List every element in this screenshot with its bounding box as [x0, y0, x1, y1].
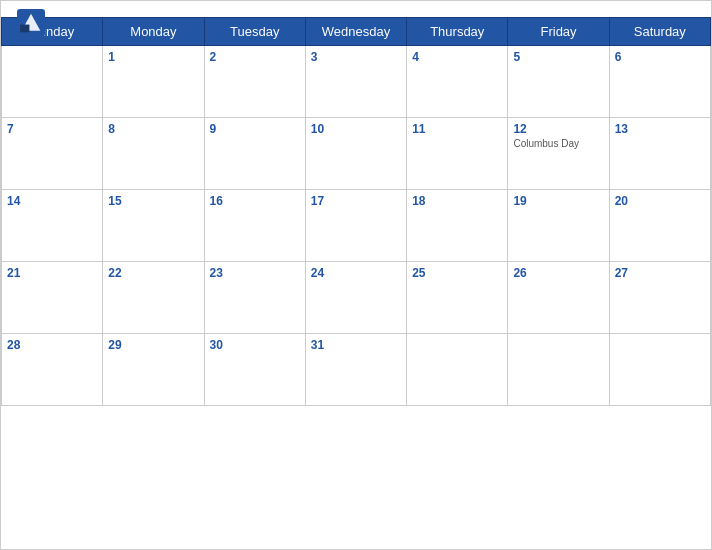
calendar-week-row: 28293031 [2, 334, 711, 406]
event-label: Columbus Day [513, 138, 603, 149]
calendar-cell: 22 [103, 262, 204, 334]
day-number: 15 [108, 194, 198, 208]
calendar-container: Sunday Monday Tuesday Wednesday Thursday… [0, 0, 712, 550]
header-saturday: Saturday [609, 18, 710, 46]
day-number: 23 [210, 266, 300, 280]
calendar-week-row: 123456 [2, 46, 711, 118]
calendar-cell: 20 [609, 190, 710, 262]
calendar-cell: 6 [609, 46, 710, 118]
logo-area [17, 9, 49, 37]
calendar-cell: 14 [2, 190, 103, 262]
calendar-cell: 28 [2, 334, 103, 406]
calendar-cell: 29 [103, 334, 204, 406]
calendar-cell: 2 [204, 46, 305, 118]
weekday-header-row: Sunday Monday Tuesday Wednesday Thursday… [2, 18, 711, 46]
day-number: 21 [7, 266, 97, 280]
header-wednesday: Wednesday [305, 18, 406, 46]
day-number: 31 [311, 338, 401, 352]
day-number: 25 [412, 266, 502, 280]
day-number: 17 [311, 194, 401, 208]
calendar-cell: 7 [2, 118, 103, 190]
day-number: 27 [615, 266, 705, 280]
day-number: 11 [412, 122, 502, 136]
day-number: 9 [210, 122, 300, 136]
calendar-cell: 24 [305, 262, 406, 334]
day-number: 16 [210, 194, 300, 208]
calendar-week-row: 14151617181920 [2, 190, 711, 262]
day-number: 13 [615, 122, 705, 136]
header-tuesday: Tuesday [204, 18, 305, 46]
calendar-cell: 11 [407, 118, 508, 190]
day-number: 10 [311, 122, 401, 136]
day-number: 24 [311, 266, 401, 280]
calendar-cell: 5 [508, 46, 609, 118]
calendar-cell: 10 [305, 118, 406, 190]
calendar-cell: 8 [103, 118, 204, 190]
day-number: 22 [108, 266, 198, 280]
generalblue-logo-icon [17, 9, 45, 37]
calendar-table: Sunday Monday Tuesday Wednesday Thursday… [1, 17, 711, 406]
day-number: 1 [108, 50, 198, 64]
calendar-cell [609, 334, 710, 406]
calendar-cell: 21 [2, 262, 103, 334]
calendar-cell [2, 46, 103, 118]
calendar-cell: 27 [609, 262, 710, 334]
calendar-cell: 18 [407, 190, 508, 262]
calendar-cell: 9 [204, 118, 305, 190]
calendar-cell: 31 [305, 334, 406, 406]
day-number: 7 [7, 122, 97, 136]
calendar-cell: 26 [508, 262, 609, 334]
day-number: 3 [311, 50, 401, 64]
calendar-cell: 25 [407, 262, 508, 334]
day-number: 14 [7, 194, 97, 208]
day-number: 12 [513, 122, 603, 136]
header-monday: Monday [103, 18, 204, 46]
day-number: 4 [412, 50, 502, 64]
calendar-week-row: 789101112Columbus Day13 [2, 118, 711, 190]
header-thursday: Thursday [407, 18, 508, 46]
calendar-cell: 3 [305, 46, 406, 118]
calendar-cell [508, 334, 609, 406]
day-number: 28 [7, 338, 97, 352]
calendar-cell: 19 [508, 190, 609, 262]
calendar-cell: 30 [204, 334, 305, 406]
day-number: 5 [513, 50, 603, 64]
day-number: 30 [210, 338, 300, 352]
day-number: 8 [108, 122, 198, 136]
day-number: 29 [108, 338, 198, 352]
calendar-cell: 12Columbus Day [508, 118, 609, 190]
day-number: 18 [412, 194, 502, 208]
day-number: 26 [513, 266, 603, 280]
calendar-cell: 16 [204, 190, 305, 262]
day-number: 6 [615, 50, 705, 64]
day-number: 20 [615, 194, 705, 208]
calendar-cell: 13 [609, 118, 710, 190]
calendar-header [1, 1, 711, 17]
svg-rect-2 [20, 25, 29, 33]
calendar-cell: 4 [407, 46, 508, 118]
day-number: 19 [513, 194, 603, 208]
calendar-cell: 17 [305, 190, 406, 262]
calendar-cell: 1 [103, 46, 204, 118]
calendar-week-row: 21222324252627 [2, 262, 711, 334]
calendar-cell [407, 334, 508, 406]
calendar-cell: 23 [204, 262, 305, 334]
header-friday: Friday [508, 18, 609, 46]
day-number: 2 [210, 50, 300, 64]
calendar-cell: 15 [103, 190, 204, 262]
